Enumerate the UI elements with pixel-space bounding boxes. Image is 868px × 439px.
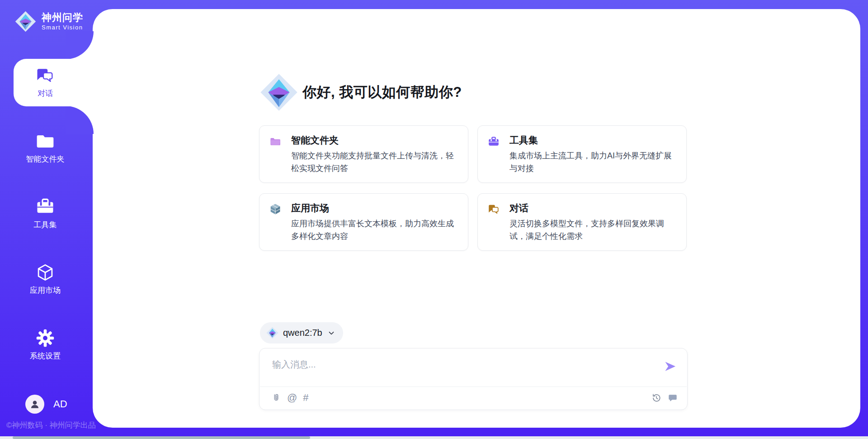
main-panel: 你好, 我可以如何帮助你? 智能文件夹 智能文件夹功能支持批量文件上传与清洗，轻… <box>93 9 860 428</box>
brand-subtitle: Smart Vision <box>42 24 83 31</box>
chat-bubble-icon[interactable] <box>668 393 678 403</box>
sidebar-item-toolset[interactable]: 工具集 <box>14 197 77 239</box>
horizontal-scrollbar[interactable] <box>0 436 868 439</box>
mention-icon[interactable]: @ <box>287 393 297 403</box>
greeting-block: 你好, 我可以如何帮助你? <box>260 73 462 111</box>
sidebar-item-label: 智能文件夹 <box>26 154 65 164</box>
model-name: qwen2:7b <box>283 328 322 338</box>
chat-icon <box>36 66 55 85</box>
card-toolset[interactable]: 工具集 集成市场上主流工具，助力AI与外界无缝扩展与对接 <box>477 125 687 183</box>
hashtag-icon[interactable]: # <box>303 393 308 403</box>
user-name: AD <box>53 398 67 410</box>
card-title: 智能文件夹 <box>291 134 339 147</box>
card-title: 对话 <box>509 202 528 215</box>
card-description: 应用市场提供丰富长文本模板，助力高效生成多样化文章内容 <box>291 217 459 243</box>
brand-gem-icon <box>260 73 298 111</box>
cube-icon <box>36 263 55 282</box>
sidebar-item-label: 工具集 <box>34 220 57 230</box>
chat-icon <box>488 203 500 215</box>
gear-icon <box>36 329 55 348</box>
send-icon[interactable] <box>664 360 676 372</box>
history-icon[interactable] <box>651 393 661 403</box>
sidebar-item-chat[interactable]: 对话 <box>14 66 77 108</box>
card-smart-folder[interactable]: 智能文件夹 智能文件夹功能支持批量文件上传与清洗，轻松实现文件问答 <box>259 125 468 183</box>
brand-logo: 神州问学 Smart Vision <box>15 11 83 32</box>
person-icon <box>29 398 41 410</box>
sidebar-item-label: 系统设置 <box>30 351 61 361</box>
card-description: 智能文件夹功能支持批量文件上传与清洗，轻松实现文件问答 <box>291 149 459 175</box>
model-selector[interactable]: qwen2:7b <box>260 322 343 344</box>
sidebar-item-smart-folder[interactable]: 智能文件夹 <box>14 132 77 173</box>
sidebar: 神州问学 Smart Vision 对话 智能文件夹 工具集 <box>0 0 93 439</box>
greeting-text: 你好, 我可以如何帮助你? <box>302 83 462 102</box>
sidebar-item-app-market[interactable]: 应用市场 <box>14 263 77 305</box>
card-description: 灵活切换多模型文件，支持多样回复效果调试，满足个性化需求 <box>509 217 677 243</box>
card-chat[interactable]: 对话 灵活切换多模型文件，支持多样回复效果调试，满足个性化需求 <box>477 193 687 251</box>
toolbox-icon <box>36 197 55 216</box>
chevron-down-icon <box>328 329 335 337</box>
card-title: 应用市场 <box>291 202 329 215</box>
avatar <box>25 395 44 414</box>
composer-divider <box>260 387 687 387</box>
scrollbar-thumb[interactable] <box>13 436 310 439</box>
composer: @ # <box>259 348 688 410</box>
cube-grid-icon <box>269 203 281 215</box>
user-account[interactable]: AD <box>25 395 67 414</box>
folder-icon <box>36 132 55 151</box>
card-app-market[interactable]: 应用市场 应用市场提供丰富长文本模板，助力高效生成多样化文章内容 <box>259 193 468 251</box>
toolbox-icon <box>488 135 500 147</box>
sidebar-item-label: 应用市场 <box>30 285 61 296</box>
sidebar-item-label: 对话 <box>38 88 53 99</box>
card-description: 集成市场上主流工具，助力AI与外界无缝扩展与对接 <box>509 149 677 175</box>
folder-icon <box>269 135 281 147</box>
brand-name: 神州问学 <box>42 12 83 23</box>
card-title: 工具集 <box>509 134 538 147</box>
attachment-icon[interactable] <box>271 393 281 403</box>
message-input[interactable] <box>271 355 657 374</box>
brand-gem-icon <box>15 11 36 32</box>
sidebar-item-settings[interactable]: 系统设置 <box>14 329 77 370</box>
model-gem-icon <box>266 327 278 339</box>
copyright-text: ©神州数码 · 神州问学出品 <box>6 420 96 430</box>
